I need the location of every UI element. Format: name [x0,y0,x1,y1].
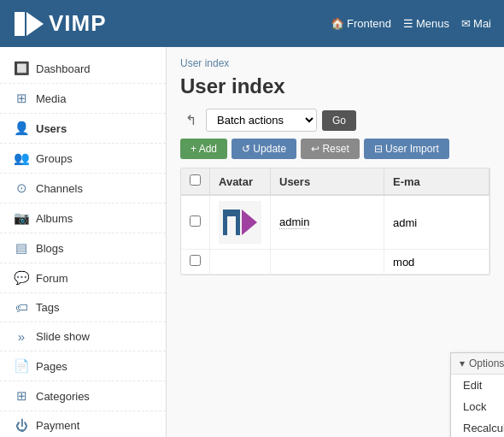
sidebar-item-users[interactable]: 👤 Users [0,114,166,144]
row-checkbox[interactable] [190,255,201,266]
blogs-icon: ▤ [14,240,29,256]
sidebar-item-label: Dashboard [36,62,91,75]
forum-icon: 💬 [14,270,29,286]
table-row: admin admi [181,195,489,250]
sidebar-item-slideshow[interactable]: » Slide show [0,322,166,351]
sidebar-item-label: Payment [36,419,79,432]
layout: 🔲 Dashboard ⊞ Media 👤 Users 👥 Groups ⊙ C… [0,47,504,437]
sidebar-item-pages[interactable]: 📄 Pages [0,351,166,381]
users-table-wrap: Avatar Users E-ma [180,168,490,275]
sidebar-item-label: Pages [36,360,67,373]
row-checkbox[interactable] [190,216,201,227]
pages-icon: 📄 [14,358,29,374]
header-nav: 🏠 Frontend ☰ Menus ✉ Mai [331,17,491,30]
sidebar-item-forum[interactable]: 💬 Forum [0,263,166,293]
table-header-row: Avatar Users E-ma [181,168,489,195]
row-avatar-cell [210,195,271,250]
sidebar-item-blogs[interactable]: ▤ Blogs [0,233,166,263]
sidebar-item-media[interactable]: ⊞ Media [0,84,166,114]
albums-icon: 📷 [14,210,29,226]
sidebar-item-albums[interactable]: 📷 Albums [0,204,166,233]
logo-text: VIMP [49,10,107,37]
col-checkbox [181,168,210,195]
nav-frontend[interactable]: 🏠 Frontend [331,17,391,30]
row-avatar-cell [210,250,271,275]
chevron-down-icon: ▾ [460,357,465,369]
slideshow-icon: » [14,329,29,344]
dashboard-icon: 🔲 [14,61,29,76]
sidebar-item-label: Media [36,92,66,105]
sidebar: 🔲 Dashboard ⊞ Media 👤 Users 👥 Groups ⊙ C… [0,47,167,437]
sidebar-item-dashboard[interactable]: 🔲 Dashboard [0,54,166,84]
context-menu-header: ▾ Options [451,353,504,375]
row-checkbox-cell [181,250,210,275]
row-username-cell [271,250,384,275]
avatar [219,201,261,244]
update-button[interactable]: ↺ Update [231,139,296,159]
sidebar-item-label: Channels [36,182,83,195]
menus-icon: ☰ [403,17,413,30]
sidebar-item-label: Users [36,122,67,135]
reset-button[interactable]: ↩ Reset [301,139,360,159]
tags-icon: 🏷 [14,300,29,315]
mail-icon: ✉ [461,17,471,30]
batch-actions-select[interactable]: Batch actions [206,109,317,132]
vimp-logo-icon [219,201,261,244]
sidebar-item-label: Albums [36,212,73,225]
row-email-cell: mod [384,250,489,275]
breadcrumb: User index [180,57,490,69]
batch-arrow-icon: ↰ [180,110,201,131]
logo-icon [13,9,44,39]
add-button[interactable]: + Add [180,139,227,159]
table-row: mod [181,250,489,275]
username-text: admin [279,216,309,229]
header: VIMP 🏠 Frontend ☰ Menus ✉ Mai [0,0,504,47]
page-title: User index [180,74,490,98]
nav-mail[interactable]: ✉ Mai [461,17,491,30]
select-all-checkbox[interactable] [190,174,201,186]
batch-toolbar: ↰ Batch actions Go [180,109,490,132]
svg-marker-0 [15,12,25,36]
sidebar-item-label: Categories [36,390,90,403]
context-menu: ▾ Options Edit Lock Recalculate statisti… [450,352,504,437]
users-table: Avatar Users E-ma [181,168,489,275]
channels-icon: ⊙ [14,180,29,196]
context-menu-lock[interactable]: Lock [451,396,504,417]
row-username-cell: admin [271,195,384,250]
col-users: Users [271,168,384,195]
row-checkbox-cell [181,195,210,250]
context-menu-edit[interactable]: Edit [451,375,504,396]
action-row: + Add ↺ Update ↩ Reset ⊟ User Import [180,139,490,159]
main-content: User index User index ↰ Batch actions Go… [167,47,504,437]
row-email-cell: admi [384,195,489,250]
sidebar-item-payment[interactable]: ⏻ Payment [0,411,166,437]
categories-icon: ⊞ [14,388,29,404]
logo[interactable]: VIMP [13,9,107,39]
sidebar-item-groups[interactable]: 👥 Groups [0,144,166,174]
col-email: E-ma [384,168,489,195]
sidebar-item-label: Forum [36,272,68,285]
sidebar-item-channels[interactable]: ⊙ Channels [0,174,166,204]
go-button[interactable]: Go [322,110,356,131]
payment-icon: ⏻ [14,418,29,433]
sidebar-item-categories[interactable]: ⊞ Categories [0,381,166,411]
col-avatar: Avatar [210,168,271,195]
sidebar-item-label: Slide show [36,330,90,343]
sidebar-item-label: Groups [36,152,73,165]
nav-menus[interactable]: ☰ Menus [403,17,449,30]
sidebar-item-label: Blogs [36,242,64,255]
groups-icon: 👥 [14,151,29,166]
user-import-button[interactable]: ⊟ User Import [364,139,449,159]
sidebar-item-tags[interactable]: 🏷 Tags [0,293,166,322]
context-menu-recalculate[interactable]: Recalculate statistics [451,417,504,437]
media-icon: ⊞ [14,91,29,106]
svg-marker-1 [26,12,44,36]
frontend-icon: 🏠 [331,17,344,30]
sidebar-item-label: Tags [36,301,59,314]
users-icon: 👤 [14,121,29,136]
